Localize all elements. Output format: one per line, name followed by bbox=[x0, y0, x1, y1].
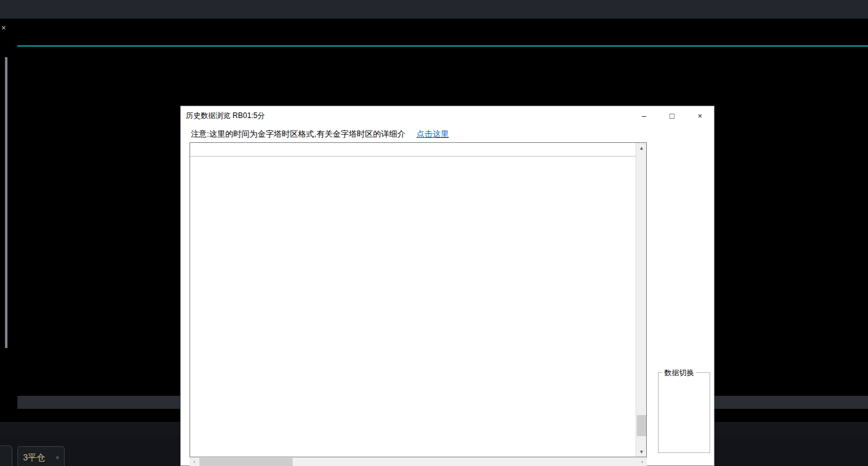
history-table-header bbox=[190, 143, 646, 157]
combo-label: 3平仓 bbox=[23, 452, 45, 464]
notice-link[interactable]: 点击这里 bbox=[416, 129, 449, 139]
scroll-up-icon[interactable]: ▲ bbox=[636, 143, 647, 153]
horizontal-scrollbar[interactable]: ‹ › bbox=[190, 457, 647, 466]
dialog-title-bar[interactable]: 历史数据浏览 RB01:5分 – □ × bbox=[181, 106, 714, 125]
menu-bar bbox=[0, 0, 868, 19]
dialog-title: 历史数据浏览 RB01:5分 bbox=[186, 111, 265, 121]
chevron-down-icon: ▼ bbox=[55, 455, 60, 461]
partial-control[interactable] bbox=[0, 445, 12, 466]
scroll-right-icon[interactable]: › bbox=[637, 457, 647, 466]
data-switch-group: 数据切换 bbox=[658, 372, 710, 453]
vertical-splitter[interactable] bbox=[5, 57, 7, 348]
history-table: ▲ ▼ bbox=[190, 142, 647, 457]
scroll-left-icon[interactable]: ‹ bbox=[190, 457, 199, 466]
scrollbar-thumb[interactable] bbox=[637, 415, 646, 436]
market-table-header bbox=[17, 27, 868, 47]
dialog-notice: 注意:这里的时间为金字塔时区格式,有关金字塔时区的详细介点击这里 bbox=[191, 129, 449, 140]
scroll-down-icon[interactable]: ▼ bbox=[636, 447, 647, 457]
vertical-scrollbar[interactable]: ▲ ▼ bbox=[636, 143, 646, 457]
hscrollbar-thumb[interactable] bbox=[199, 458, 293, 466]
group-label: 数据切换 bbox=[662, 368, 696, 378]
notice-text: 注意:这里的时间为金字塔时区格式,有关金字塔时区的详细介 bbox=[191, 129, 405, 139]
history-data-dialog: 历史数据浏览 RB01:5分 – □ × 注意:这里的时间为金字塔时区格式,有关… bbox=[180, 106, 715, 466]
maximize-icon[interactable]: □ bbox=[658, 106, 686, 125]
close-position-combo[interactable]: 3平仓 ▼ bbox=[17, 446, 65, 466]
minimize-icon[interactable]: – bbox=[630, 106, 658, 125]
close-icon[interactable]: × bbox=[686, 106, 714, 125]
panel-close-icon[interactable]: × bbox=[1, 23, 6, 32]
